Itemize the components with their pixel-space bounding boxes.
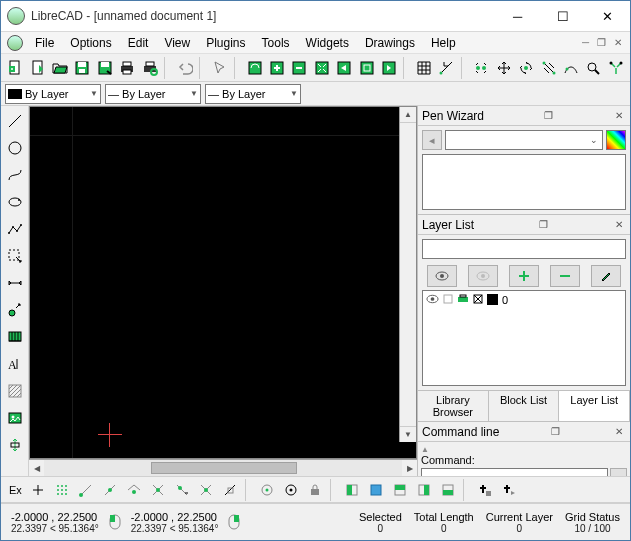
minimize-button[interactable]: ─ (495, 2, 540, 31)
menu-help[interactable]: Help (423, 34, 464, 52)
tool-line[interactable] (3, 109, 27, 132)
zoom-in-button[interactable] (266, 56, 288, 80)
snap-center-button[interactable] (122, 478, 146, 502)
tool-select[interactable] (3, 244, 27, 267)
snap-endpoint-button[interactable] (74, 478, 98, 502)
zoom-auto-button[interactable] (311, 56, 333, 80)
menu-edit[interactable]: Edit (120, 34, 157, 52)
mdi-restore-button[interactable]: ❐ (595, 37, 608, 48)
pen-width-combo[interactable]: — By Layer▼ (105, 84, 201, 104)
layer-name[interactable]: 0 (502, 294, 508, 306)
snap-free-button[interactable] (26, 478, 50, 502)
eye-icon[interactable] (426, 294, 439, 304)
modify-more-button[interactable] (605, 56, 627, 80)
print-button[interactable] (116, 56, 138, 80)
modify-rotate-button[interactable] (515, 56, 537, 80)
construct-icon[interactable] (473, 294, 483, 304)
modify-scale-button[interactable] (537, 56, 559, 80)
layer-hideall-button[interactable] (468, 265, 498, 287)
block-add-button[interactable] (473, 478, 497, 502)
modify-trim-button[interactable] (582, 56, 604, 80)
vertical-scrollbar[interactable]: ▲ ▼ (399, 107, 416, 442)
save-as-button[interactable] (94, 56, 116, 80)
tool-dimension[interactable] (3, 271, 27, 294)
mdi-close-button[interactable]: ✕ (612, 37, 624, 48)
new-template-button[interactable] (26, 56, 48, 80)
layer-remove-button[interactable] (550, 265, 580, 287)
tab-layerlist[interactable]: Layer List (559, 391, 630, 421)
zoom-out-button[interactable] (288, 56, 310, 80)
layer-list[interactable]: 0 (422, 290, 626, 386)
scroll-down-icon[interactable]: ▼ (400, 426, 416, 442)
close-button[interactable]: ✕ (585, 2, 630, 31)
pen-wizard-combo[interactable]: ⌄ (445, 130, 603, 150)
menu-options[interactable]: Options (62, 34, 119, 52)
tool-ellipse[interactable] (3, 190, 27, 213)
scroll-right-icon[interactable]: ▶ (402, 460, 417, 476)
snap-ex-label[interactable]: Ex (5, 484, 26, 496)
print-icon[interactable] (457, 294, 469, 304)
new-button[interactable] (4, 56, 26, 80)
block-save-button[interactable] (497, 478, 521, 502)
close-panel-icon[interactable]: ✕ (612, 426, 626, 437)
snap-middle-button[interactable] (146, 478, 170, 502)
tab-blocklist[interactable]: Block List (489, 391, 560, 421)
menu-tools[interactable]: Tools (254, 34, 298, 52)
isoview-2-button[interactable] (364, 478, 388, 502)
layer-color-swatch[interactable] (487, 294, 498, 305)
cursor-button[interactable] (208, 56, 230, 80)
tab-library[interactable]: Library Browser (418, 391, 489, 421)
open-button[interactable] (49, 56, 71, 80)
tool-text[interactable]: A (3, 352, 27, 375)
tool-block[interactable] (3, 433, 27, 456)
color-picker-icon[interactable] (606, 130, 626, 150)
isoview-4-button[interactable] (412, 478, 436, 502)
layer-showall-button[interactable] (427, 265, 457, 287)
restrict-ortho-button[interactable] (218, 478, 242, 502)
undock-icon[interactable]: ❐ (536, 219, 551, 230)
menu-plugins[interactable]: Plugins (198, 34, 253, 52)
pen-wizard-prev-button[interactable]: ◂ (422, 130, 442, 150)
undock-icon[interactable]: ❐ (548, 426, 563, 437)
pen-color-combo[interactable]: By Layer▼ (5, 84, 101, 104)
modify-move-button[interactable] (493, 56, 515, 80)
zoom-pan-button[interactable] (378, 56, 400, 80)
snap-grid-button[interactable] (50, 478, 74, 502)
maximize-button[interactable]: ☐ (540, 2, 585, 31)
tool-circle[interactable] (3, 136, 27, 159)
layer-edit-button[interactable] (591, 265, 621, 287)
tool-hatch[interactable] (3, 379, 27, 402)
zoom-prev-button[interactable] (333, 56, 355, 80)
relative-zero-button[interactable] (279, 478, 303, 502)
tool-curve[interactable] (3, 163, 27, 186)
hscroll-track[interactable] (44, 460, 402, 476)
print-preview-button[interactable] (138, 56, 160, 80)
cmd-dropdown-icon[interactable]: ▲ (421, 445, 429, 454)
tool-info[interactable] (3, 325, 27, 348)
isoview-3-button[interactable] (388, 478, 412, 502)
zoom-window-button[interactable] (355, 56, 377, 80)
tool-image[interactable] (3, 406, 27, 429)
scroll-up-icon[interactable]: ▲ (400, 107, 416, 123)
snap-inter-button[interactable] (194, 478, 218, 502)
close-panel-icon[interactable]: ✕ (612, 219, 626, 230)
grid-toggle-button[interactable] (413, 56, 435, 80)
menu-widgets[interactable]: Widgets (298, 34, 357, 52)
zoom-redraw-button[interactable] (243, 56, 265, 80)
tool-modify[interactable] (3, 298, 27, 321)
horizontal-scrollbar[interactable]: ◀ ▶ (29, 459, 417, 476)
snap-entity-button[interactable] (98, 478, 122, 502)
menu-view[interactable]: View (156, 34, 198, 52)
pen-type-combo[interactable]: — By Layer▼ (205, 84, 301, 104)
isoview-1-button[interactable] (340, 478, 364, 502)
freeze-icon[interactable] (443, 294, 453, 304)
mdi-minimize-button[interactable]: ─ (580, 37, 591, 48)
undock-icon[interactable]: ❐ (541, 110, 556, 121)
lock-relative-button[interactable] (303, 478, 327, 502)
isoview-5-button[interactable] (436, 478, 460, 502)
modify-props-button[interactable] (470, 56, 492, 80)
drawing-canvas[interactable]: ▲ ▼ (29, 106, 417, 459)
modify-mirror-button[interactable] (560, 56, 582, 80)
tool-polyline[interactable] (3, 217, 27, 240)
layer-filter-input[interactable] (422, 239, 626, 259)
